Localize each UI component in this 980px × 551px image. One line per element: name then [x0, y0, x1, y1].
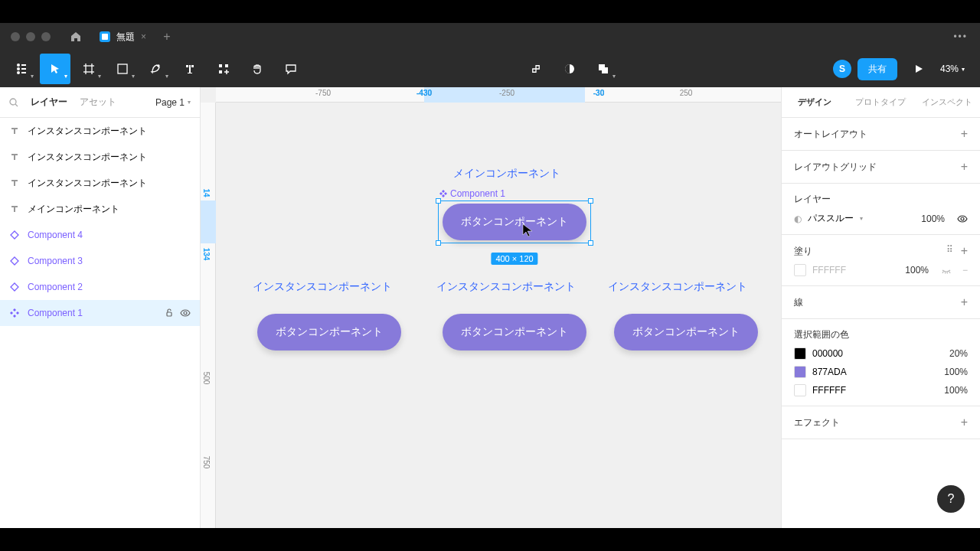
layer-label: メインコンポーネント [28, 203, 119, 216]
selection-color-0[interactable]: 00000020% [794, 347, 968, 360]
instance-button-2[interactable]: ボタンコンポーネント [443, 314, 586, 350]
canvas-area[interactable]: -750-430-250-30250-430-30 50075014134 メイ… [201, 87, 781, 528]
svg-point-3 [17, 71, 20, 74]
layer-item-1[interactable]: インスタンスコンポーネント [0, 144, 200, 170]
move-tool-button[interactable]: ▾ [40, 54, 70, 84]
search-icon[interactable] [9, 98, 18, 107]
eye-icon[interactable] [180, 308, 191, 318]
selection-color-1[interactable]: 877ADA100% [794, 366, 968, 378]
add-effect-button[interactable]: + [961, 416, 968, 429]
main-menu-button[interactable]: ▾ [6, 54, 37, 84]
present-button[interactable] [903, 54, 934, 84]
shape-tool-button[interactable]: ▾ [107, 54, 138, 84]
layer-item-6[interactable]: Component 2 [0, 274, 200, 300]
page-selector[interactable]: Page 1 ▾ [155, 97, 191, 108]
share-button[interactable]: 共有 [858, 58, 897, 80]
color-pct: 20% [949, 348, 968, 359]
unlock-icon[interactable] [165, 308, 174, 318]
mask-button[interactable] [554, 54, 585, 84]
resources-button[interactable] [208, 54, 239, 84]
layer-label: インスタンスコンポーネント [28, 125, 147, 138]
visibility-icon[interactable] [957, 214, 968, 224]
minimize-window-icon[interactable] [26, 32, 35, 41]
color-swatch[interactable] [794, 366, 806, 378]
layer-item-7[interactable]: Component 1 [0, 300, 200, 326]
text-icon [9, 152, 20, 162]
zoom-control[interactable]: 43% ▾ [940, 64, 965, 74]
svg-rect-6 [21, 72, 26, 73]
layers-tab[interactable]: レイヤー [31, 96, 67, 109]
frame-tool-button[interactable]: ▾ [74, 54, 104, 84]
fill-swatch[interactable] [794, 264, 806, 276]
svg-line-25 [945, 272, 946, 274]
assets-tab[interactable]: アセット [80, 96, 116, 109]
layer-label: Component 2 [28, 282, 83, 292]
fill-opacity[interactable]: 100% [905, 265, 929, 276]
user-avatar[interactable]: S [833, 60, 851, 78]
zoom-value: 43% [940, 64, 959, 74]
color-hex: 877ADA [812, 367, 847, 377]
more-menu-icon[interactable]: ••• [953, 31, 980, 42]
layer-item-2[interactable]: インスタンスコンポーネント [0, 170, 200, 196]
layer-item-5[interactable]: Component 3 [0, 248, 200, 274]
component-frame-label[interactable]: Component 1 [439, 188, 505, 199]
dimension-badge: 400 × 120 [491, 253, 537, 265]
text-icon [9, 204, 20, 214]
layer-item-4[interactable]: Component 4 [0, 222, 200, 248]
svg-rect-13 [219, 64, 222, 67]
fill-hex[interactable]: FFFFFF [812, 265, 846, 276]
pen-tool-button[interactable]: ▾ [141, 54, 172, 84]
hand-tool-button[interactable] [242, 54, 273, 84]
layer-opacity[interactable]: 100% [921, 214, 945, 224]
svg-line-26 [947, 272, 948, 274]
main-button-component[interactable]: ボタンコンポーネント [443, 204, 586, 240]
instance-icon [9, 282, 20, 292]
svg-rect-5 [21, 68, 26, 70]
fill-hidden-icon[interactable] [941, 265, 952, 276]
help-button[interactable]: ? [937, 485, 965, 513]
selection-color-2[interactable]: FFFFFF100% [794, 384, 968, 396]
add-stroke-button[interactable]: + [961, 295, 968, 309]
layer-item-3[interactable]: メインコンポーネント [0, 196, 200, 222]
layer-label: インスタンスコンポーネント [28, 151, 147, 164]
instance-button-3[interactable]: ボタンコンポーネント [614, 314, 758, 350]
file-tab[interactable]: 無題 × [90, 23, 155, 51]
layer-label: Component 1 [28, 308, 83, 318]
stroke-label: 線 [794, 296, 803, 309]
boolean-button[interactable]: ▾ [588, 54, 619, 84]
add-fill-button[interactable]: + [961, 244, 968, 258]
svg-point-19 [10, 99, 16, 105]
comment-tool-button[interactable] [276, 54, 306, 84]
color-swatch[interactable] [794, 347, 806, 360]
instance-label-2: インスタンスコンポーネント [436, 280, 576, 294]
close-window-icon[interactable] [11, 32, 20, 41]
layer-item-0[interactable]: インスタンスコンポーネント [0, 118, 200, 144]
inspect-tab[interactable]: インスペクト [914, 87, 980, 117]
remove-fill-button[interactable]: − [962, 265, 968, 276]
svg-line-24 [942, 272, 943, 273]
svg-point-22 [184, 311, 187, 315]
window-controls [0, 32, 61, 41]
toolbar: ▾ ▾ ▾ ▾ ▾ ▾ S 共有 [0, 51, 980, 87]
layer-list: インスタンスコンポーネントインスタンスコンポーネントインスタンスコンポーネントメ… [0, 118, 200, 528]
component-button[interactable] [521, 54, 551, 84]
svg-rect-4 [21, 64, 26, 66]
fill-style-icon[interactable]: ⠿ [946, 244, 953, 258]
design-tab[interactable]: デザイン [782, 87, 848, 117]
page-name: Page 1 [155, 97, 185, 108]
ruler-horizontal: -750-430-250-30250-430-30 [216, 87, 781, 103]
close-tab-icon[interactable]: × [141, 31, 146, 42]
maximize-window-icon[interactable] [41, 32, 51, 41]
new-tab-button[interactable]: + [155, 30, 178, 44]
color-swatch[interactable] [794, 384, 806, 396]
prototype-tab[interactable]: プロトタイプ [848, 87, 913, 117]
home-button[interactable] [61, 23, 90, 51]
effects-label: エフェクト [794, 416, 840, 429]
add-auto-layout-button[interactable]: + [961, 127, 968, 141]
tab-title: 無題 [116, 31, 135, 44]
blend-mode-value[interactable]: パススルー [808, 212, 854, 225]
add-layout-grid-button[interactable]: + [961, 160, 968, 174]
instance-button-1[interactable]: ボタンコンポーネント [257, 314, 401, 350]
text-tool-button[interactable] [175, 54, 205, 84]
component-icon [9, 308, 20, 318]
